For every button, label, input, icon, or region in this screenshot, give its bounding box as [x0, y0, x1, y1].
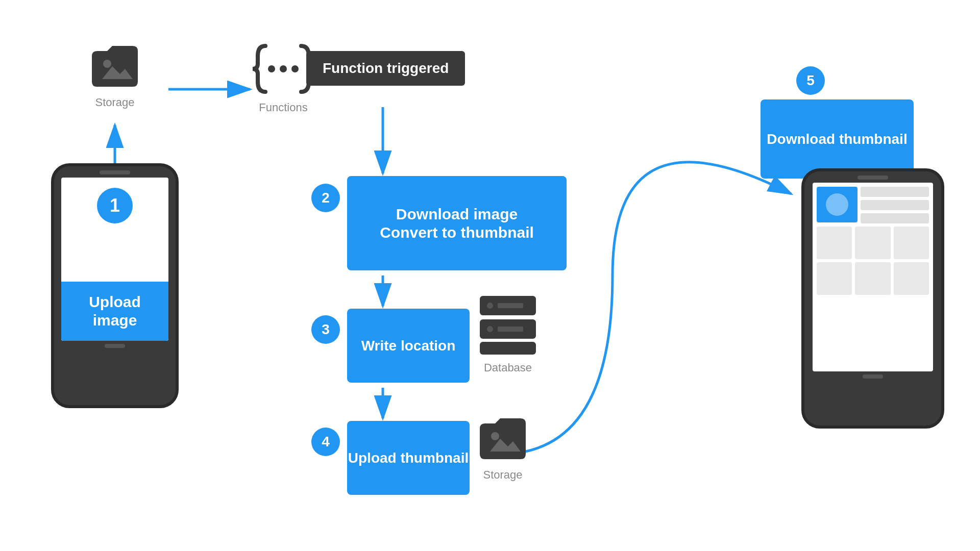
phone-left: 1 Upload image — [51, 163, 179, 408]
step-4-circle: 4 — [311, 428, 340, 456]
step-3-circle: 3 — [311, 315, 340, 344]
svg-rect-19 — [498, 327, 523, 332]
step-5-circle: 5 — [796, 66, 825, 95]
step-5-box: Download thumbnail — [761, 99, 914, 179]
storage-icon-top: Storage — [87, 41, 143, 109]
svg-point-11 — [280, 65, 287, 72]
svg-point-18 — [487, 326, 493, 332]
step-2-circle: 2 — [311, 184, 340, 212]
diagram-container: Storage Functions Function triggered 1 — [0, 0, 980, 551]
phone-right — [801, 168, 944, 429]
step-3-box: Write location — [347, 309, 470, 383]
step-2-box: Download image Convert to thumbnail — [347, 176, 567, 270]
function-triggered-box: Function triggered — [306, 51, 465, 86]
svg-rect-17 — [498, 303, 523, 308]
svg-point-9 — [103, 60, 111, 68]
svg-point-10 — [268, 65, 275, 72]
svg-rect-15 — [480, 342, 536, 355]
step-1-circle: 1 — [97, 188, 133, 223]
step-1-label: Upload image — [89, 293, 141, 329]
database-icon: Database — [475, 291, 541, 374]
svg-point-16 — [487, 303, 493, 309]
svg-point-12 — [291, 65, 299, 72]
storage-icon-bottom: Storage — [475, 413, 531, 482]
svg-point-21 — [491, 432, 499, 440]
step-4-box: Upload thumbnail — [347, 421, 470, 495]
